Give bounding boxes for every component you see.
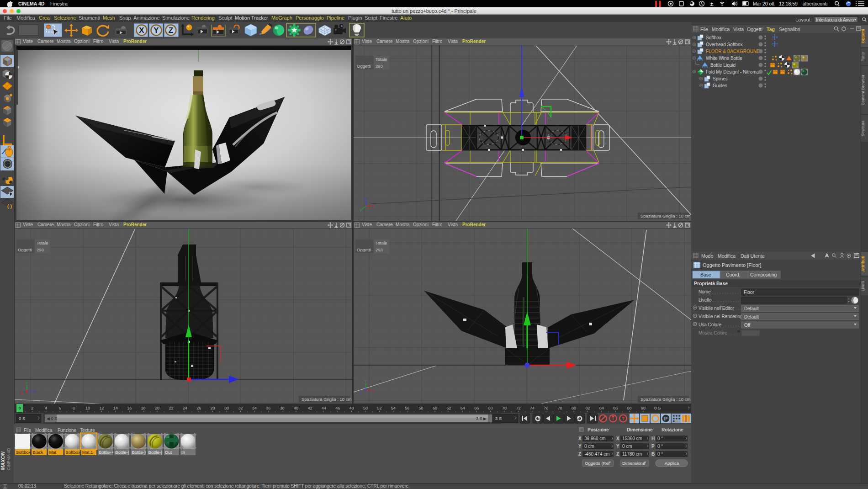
svg-text:Base: Base bbox=[700, 272, 711, 277]
svg-text:Mat: Mat bbox=[49, 450, 56, 455]
svg-text:Usa Colore . . . . . . . . . .: Usa Colore . . . . . . . . . . bbox=[699, 322, 747, 327]
svg-text:B: B bbox=[651, 452, 655, 457]
svg-text:Z: Z bbox=[360, 391, 362, 395]
svg-text:Content Browser: Content Browser bbox=[861, 74, 865, 105]
svg-text:Dimensione: Dimensione bbox=[627, 427, 653, 432]
svg-text:Guides: Guides bbox=[713, 83, 727, 88]
svg-text:28: 28 bbox=[211, 406, 215, 410]
svg-text:Texture: Texture bbox=[80, 428, 95, 433]
svg-text:Oggetti: Oggetti bbox=[861, 29, 865, 43]
svg-text:Oggetti: Oggetti bbox=[357, 247, 371, 252]
svg-text:Y: Y bbox=[616, 444, 619, 449]
svg-text:X: X bbox=[372, 204, 375, 208]
svg-text:86: 86 bbox=[613, 406, 618, 410]
svg-text:0 °: 0 ° bbox=[657, 436, 663, 441]
svg-text:0: 0 bbox=[18, 406, 21, 410]
svg-text:8: 8 bbox=[73, 406, 75, 410]
svg-text:24: 24 bbox=[183, 406, 187, 410]
svg-text:Splines: Splines bbox=[713, 76, 728, 81]
svg-text:22: 22 bbox=[169, 406, 173, 410]
svg-text:Coord.: Coord. bbox=[726, 272, 741, 277]
svg-text:66: 66 bbox=[474, 406, 479, 410]
svg-text:58: 58 bbox=[419, 406, 423, 410]
svg-text:Y: Y bbox=[360, 208, 362, 213]
svg-text:Bottle Liquid: Bottle Liquid bbox=[710, 63, 736, 68]
svg-text:Spaziatura Griglia : 10 cm: Spaziatura Griglia : 10 cm bbox=[640, 213, 690, 218]
svg-text:60: 60 bbox=[433, 406, 437, 410]
svg-text:80: 80 bbox=[572, 406, 576, 410]
svg-text:0 °: 0 ° bbox=[657, 444, 663, 449]
svg-text:Tutto: Tutto bbox=[861, 52, 865, 61]
svg-text:File: File bbox=[700, 27, 708, 32]
svg-text:48: 48 bbox=[349, 406, 354, 410]
svg-text:White Wine Bottle: White Wine Bottle bbox=[706, 56, 742, 61]
svg-text:26: 26 bbox=[196, 406, 201, 410]
svg-text:50: 50 bbox=[363, 406, 368, 410]
svg-text:H: H bbox=[651, 436, 655, 441]
svg-text:84: 84 bbox=[599, 406, 604, 410]
svg-text:56: 56 bbox=[405, 406, 409, 410]
svg-text:52: 52 bbox=[377, 406, 381, 410]
svg-text:12: 12 bbox=[99, 406, 104, 410]
svg-text:Totale: Totale bbox=[376, 57, 387, 62]
svg-text:Livelli: Livelli bbox=[861, 281, 865, 292]
svg-text:Dati Utente: Dati Utente bbox=[741, 253, 765, 259]
svg-text:X: X bbox=[139, 26, 144, 35]
svg-text:Posizione: Posizione bbox=[587, 427, 609, 432]
svg-text:◀ 0 S: ◀ 0 S bbox=[47, 416, 57, 421]
svg-text:Default: Default bbox=[744, 306, 759, 311]
svg-text:X: X bbox=[578, 436, 582, 441]
svg-text:293: 293 bbox=[376, 64, 383, 69]
svg-text:40: 40 bbox=[294, 406, 298, 410]
svg-text:Modifica: Modifica bbox=[712, 27, 730, 32]
svg-text:Tag: Tag bbox=[767, 27, 775, 32]
svg-text:Z: Z bbox=[578, 452, 581, 457]
svg-text:Segnalibri: Segnalibri bbox=[779, 27, 800, 32]
svg-text:Spaziatura Griglia : 10 cm: Spaziatura Griglia : 10 cm bbox=[640, 397, 690, 402]
svg-text:62: 62 bbox=[446, 406, 451, 410]
svg-text:34: 34 bbox=[252, 406, 257, 410]
svg-text:In: In bbox=[181, 450, 185, 455]
svg-text:64: 64 bbox=[460, 406, 465, 410]
svg-text:82: 82 bbox=[585, 406, 590, 410]
svg-text:Bottle-): Bottle-) bbox=[115, 450, 129, 455]
svg-text:Floor: Floor bbox=[744, 290, 754, 295]
svg-text:Attributi: Attributi bbox=[861, 256, 865, 272]
svg-text:Mat.1: Mat.1 bbox=[82, 450, 93, 455]
svg-text:76: 76 bbox=[544, 406, 548, 410]
svg-text:Oggetto (Rel: Oggetto (Rel bbox=[585, 461, 609, 466]
svg-text:CINEMA 4D: CINEMA 4D bbox=[6, 448, 11, 470]
svg-text:30: 30 bbox=[224, 406, 229, 410]
svg-text:0 °: 0 ° bbox=[657, 452, 663, 457]
svg-text:FLOOR & BACKGROUND: FLOOR & BACKGROUND bbox=[706, 49, 760, 54]
svg-text:16: 16 bbox=[127, 406, 132, 410]
svg-text:Bottle-): Bottle-) bbox=[132, 450, 146, 455]
svg-text:0 cm: 0 cm bbox=[584, 444, 594, 449]
svg-text:Funzione: Funzione bbox=[58, 428, 77, 433]
svg-text:-460.474 cm: -460.474 cm bbox=[584, 452, 610, 457]
svg-text:46: 46 bbox=[335, 406, 340, 410]
svg-text:Totale: Totale bbox=[37, 240, 48, 245]
svg-text:36: 36 bbox=[266, 406, 270, 410]
svg-text:293: 293 bbox=[376, 247, 383, 252]
svg-text:Softbox: Softbox bbox=[16, 450, 31, 455]
svg-text:X: X bbox=[21, 392, 23, 396]
svg-text:Z: Z bbox=[169, 26, 173, 35]
svg-text:Y: Y bbox=[25, 381, 28, 385]
svg-text:68: 68 bbox=[488, 406, 493, 410]
svg-text:Z: Z bbox=[616, 452, 619, 457]
svg-text:X: X bbox=[372, 389, 375, 393]
svg-text:38: 38 bbox=[280, 406, 285, 410]
svg-text:Visibile nel Rendering: Visibile nel Rendering bbox=[699, 314, 743, 319]
svg-text:Y: Y bbox=[153, 26, 159, 35]
svg-text:74: 74 bbox=[530, 406, 535, 410]
svg-text:P: P bbox=[664, 416, 667, 421]
svg-text:Overhead Softbox: Overhead Softbox bbox=[706, 42, 743, 47]
svg-text:20: 20 bbox=[155, 406, 159, 410]
svg-text:6: 6 bbox=[59, 406, 61, 410]
svg-text:42: 42 bbox=[307, 406, 312, 410]
svg-text:2: 2 bbox=[31, 406, 33, 410]
svg-text:44: 44 bbox=[322, 406, 326, 410]
svg-text:39.968 cm: 39.968 cm bbox=[584, 436, 606, 441]
svg-text:4: 4 bbox=[45, 406, 47, 410]
